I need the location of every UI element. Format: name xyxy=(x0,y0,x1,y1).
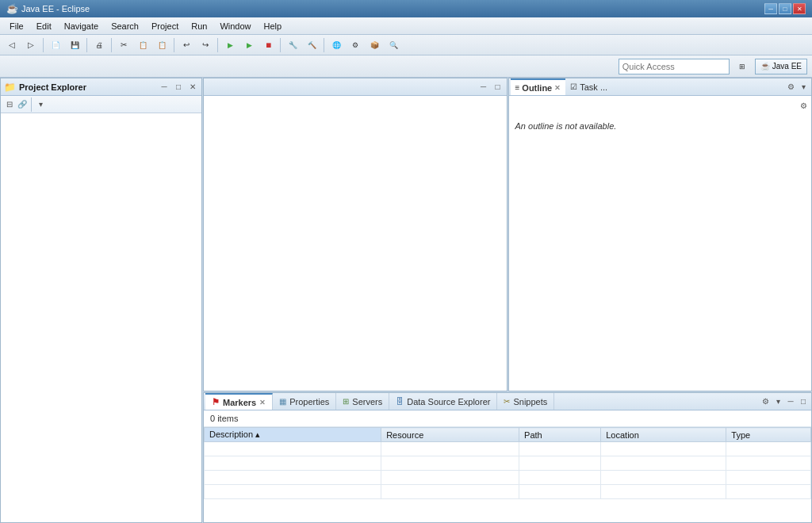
project-explorer-toolbar: ⊟ 🔗 ▾ xyxy=(1,96,201,113)
snippets-tab-label: Snippets xyxy=(513,397,547,407)
toolbar-stop[interactable]: ⏹ xyxy=(259,37,277,53)
toolbar-sep-3 xyxy=(111,38,112,52)
table-row xyxy=(205,456,811,471)
toolbar-ext2[interactable]: 🔨 xyxy=(303,37,320,53)
outline-view-menu[interactable]: ▾ xyxy=(797,81,810,94)
project-explorer-minimize[interactable]: ─ xyxy=(159,82,170,93)
properties-icon: ▦ xyxy=(279,397,286,406)
collapse-all-btn[interactable]: ⊟ xyxy=(4,99,15,110)
bottom-view-menu[interactable]: ▾ xyxy=(772,395,784,408)
menu-help[interactable]: Help xyxy=(258,17,289,34)
minimize-button[interactable]: ─ xyxy=(764,3,777,14)
outline-panel: ≡ Outline ✕ ☑ Task ... ⚙ ▾ ⚙ An xyxy=(508,78,813,391)
tab-outline[interactable]: ≡ Outline ✕ xyxy=(511,78,566,95)
toolbar-print[interactable]: 🖨 xyxy=(90,37,108,53)
toolbar-save[interactable]: 💾 xyxy=(66,37,83,53)
menu-file[interactable]: File xyxy=(3,17,30,34)
tab-snippets[interactable]: ✂ Snippets xyxy=(497,393,554,410)
window-title: ☕ Java EE - Eclipse xyxy=(6,3,764,14)
toolbar-redo[interactable]: ↪ xyxy=(197,37,214,53)
outline-icon: ≡ xyxy=(515,83,520,92)
datasource-icon: 🗄 xyxy=(396,397,404,406)
menu-run[interactable]: Run xyxy=(185,17,213,34)
bottom-maximize[interactable]: □ xyxy=(797,395,810,408)
toolbar-ext3[interactable]: 🌐 xyxy=(327,37,345,53)
col-resource[interactable]: Resource xyxy=(381,428,519,442)
menu-navigate[interactable]: Navigate xyxy=(58,17,105,34)
markers-table-container: Description ▴ Resource Path Location Typ… xyxy=(204,427,811,522)
folder-icon: 📁 xyxy=(4,82,16,93)
maximize-button[interactable]: □ xyxy=(779,3,791,14)
outline-content: An outline is not available. xyxy=(509,115,812,391)
toolbar-ext1[interactable]: 🔧 xyxy=(284,37,301,53)
menu-window[interactable]: Window xyxy=(213,17,257,34)
toolbar-sep-1 xyxy=(43,38,44,52)
outline-tab-label: Outline xyxy=(522,83,552,93)
toolbar-cut[interactable]: ✂ xyxy=(115,37,132,53)
tab-properties[interactable]: ▦ Properties xyxy=(273,393,336,410)
toolbar-debug[interactable]: ▶ xyxy=(221,37,239,53)
editor-maximize[interactable]: □ xyxy=(492,82,504,93)
editor-minimize[interactable]: ─ xyxy=(478,82,489,93)
toolbar-sep-2 xyxy=(86,38,87,52)
editor-panel: ─ □ xyxy=(203,78,508,391)
toolbar-copy[interactable]: 📋 xyxy=(134,37,151,53)
col-description[interactable]: Description ▴ xyxy=(205,428,381,442)
markers-tab-close[interactable]: ✕ xyxy=(259,399,266,407)
outline-message: An outline is not available. xyxy=(509,115,812,137)
servers-icon: ⊞ xyxy=(343,397,349,406)
editor-content[interactable] xyxy=(204,96,507,391)
col-path[interactable]: Path xyxy=(519,428,601,442)
toolbar-forward[interactable]: ▷ xyxy=(22,37,40,53)
bottom-panel-settings[interactable]: ⚙ xyxy=(759,395,772,408)
markers-count: 0 items xyxy=(204,410,811,427)
perspective-icon: ☕ xyxy=(760,62,770,71)
toolbar-sep-4 xyxy=(174,38,174,52)
snippets-icon: ✂ xyxy=(504,397,510,406)
col-location[interactable]: Location xyxy=(601,428,726,442)
table-row xyxy=(205,485,811,499)
view-menu-btn[interactable]: ▾ xyxy=(35,99,46,110)
open-perspective-button[interactable]: ⊞ xyxy=(734,59,750,74)
col-type[interactable]: Type xyxy=(726,428,811,442)
close-button[interactable]: ✕ xyxy=(793,3,806,14)
toolbar-new[interactable]: 📄 xyxy=(47,37,64,53)
tab-datasource[interactable]: 🗄 Data Source Explorer xyxy=(389,393,497,410)
toolbar-paste[interactable]: 📋 xyxy=(153,37,170,53)
toolbar-sep-5 xyxy=(217,38,218,52)
tab-markers[interactable]: ⚑ Markers ✕ xyxy=(205,393,273,410)
outline-close[interactable]: ✕ xyxy=(554,84,561,92)
menu-project[interactable]: Project xyxy=(145,17,185,34)
datasource-tab-label: Data Source Explorer xyxy=(407,397,490,407)
table-row xyxy=(205,471,811,485)
project-explorer-panel: 📁 Project Explorer ─ □ ✕ ⊟ 🔗 ▾ xyxy=(0,78,202,523)
bottom-minimize[interactable]: ─ xyxy=(784,395,797,408)
menu-search[interactable]: Search xyxy=(105,17,145,34)
project-explorer-content xyxy=(1,113,201,522)
markers-table: Description ▴ Resource Path Location Typ… xyxy=(204,427,811,499)
project-explorer-close[interactable]: ✕ xyxy=(187,82,198,93)
tab-servers[interactable]: ⊞ Servers xyxy=(336,393,389,410)
toolbar-ext4[interactable]: ⚙ xyxy=(347,37,364,53)
toolbar-undo[interactable]: ↩ xyxy=(178,37,195,53)
title-icon: ☕ xyxy=(6,3,18,14)
toolbar-sep-7 xyxy=(324,38,324,52)
marker-icon: ⚑ xyxy=(212,397,220,407)
perspective-label: Java EE xyxy=(772,62,802,71)
sort-arrow: ▴ xyxy=(255,429,260,439)
link-with-editor-btn[interactable]: 🔗 xyxy=(17,99,28,110)
project-explorer-maximize[interactable]: □ xyxy=(173,82,184,93)
menu-bar: File Edit Navigate Search Project Run Wi… xyxy=(0,17,812,35)
markers-tab-label: Markers xyxy=(223,398,256,407)
outline-action-btn[interactable]: ⚙ xyxy=(797,99,810,112)
outline-panel-settings[interactable]: ⚙ xyxy=(784,81,797,94)
toolbar-run[interactable]: ▶ xyxy=(240,37,258,53)
menu-edit[interactable]: Edit xyxy=(30,17,58,34)
tab-task[interactable]: ☑ Task ... xyxy=(565,78,612,95)
toolbar-ext6[interactable]: 🔍 xyxy=(385,37,402,53)
toolbar-back[interactable]: ◁ xyxy=(3,37,21,53)
quick-access-input[interactable] xyxy=(619,59,730,74)
task-icon: ☑ xyxy=(570,82,577,91)
java-ee-perspective[interactable]: ☕ Java EE xyxy=(755,59,807,74)
toolbar-ext5[interactable]: 📦 xyxy=(366,37,383,53)
